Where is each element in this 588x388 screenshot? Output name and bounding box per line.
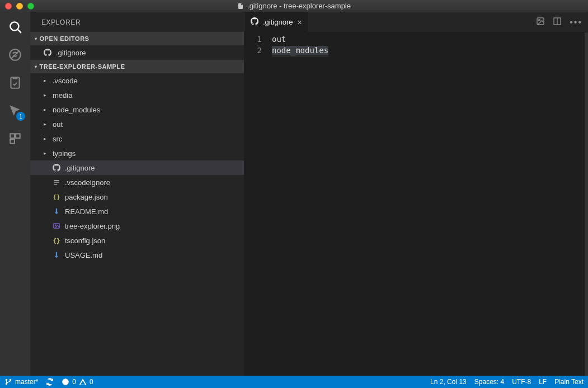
folder-label: node_modules <box>53 106 100 114</box>
file-icon <box>237 2 244 10</box>
minimap-scrollbar[interactable] <box>585 32 588 376</box>
activity-bar: 1 <box>0 12 30 376</box>
status-encoding[interactable]: UTF-8 <box>512 378 531 386</box>
file-label: package.json <box>65 193 108 201</box>
close-icon[interactable]: × <box>297 18 302 27</box>
scm-badge: 1 <box>16 112 25 121</box>
folder-label: media <box>53 91 72 100</box>
svg-point-0 <box>10 22 18 30</box>
file-item[interactable]: USAGE.md <box>30 248 244 262</box>
branch-name: master* <box>15 378 38 386</box>
error-count: 0 <box>72 378 76 386</box>
traffic-minimize-icon[interactable] <box>16 3 23 10</box>
file-item[interactable]: README.md <box>30 204 244 219</box>
folder-item[interactable]: ▸node_modules <box>30 102 244 117</box>
status-cursor[interactable]: Ln 2, Col 13 <box>430 378 467 386</box>
editor-tabs: .gitignore× ••• <box>244 12 588 32</box>
editor-more-button[interactable]: ••• <box>570 17 582 27</box>
activity-debug[interactable] <box>6 46 24 64</box>
status-bar: master* 0 0 Ln 2, Col 13 Spaces: 4 UTF-8… <box>0 376 588 388</box>
section-label: TREE-EXPLORER-SAMPLE <box>40 63 125 70</box>
text-icon <box>53 178 60 186</box>
status-branch[interactable]: master* <box>4 378 38 386</box>
chevron-right-icon: ▸ <box>44 136 48 141</box>
status-problems[interactable]: 0 0 <box>62 378 93 386</box>
open-changes-button[interactable] <box>536 17 545 28</box>
text-editor[interactable]: 12 outnode_modules <box>244 32 588 376</box>
bug-slash-icon <box>8 48 22 62</box>
section-project[interactable]: ▾ TREE-EXPLORER-SAMPLE <box>30 60 244 73</box>
window-titlebar: .gitignore - tree-explorer-sample <box>0 0 588 12</box>
chevron-down-icon: ▾ <box>35 64 37 69</box>
section-open-editors[interactable]: ▾ OPEN EDITORS <box>30 32 244 45</box>
line-number: 2 <box>244 46 272 57</box>
folder-item[interactable]: ▸media <box>30 88 244 102</box>
error-icon <box>62 378 69 386</box>
clipboard-icon <box>8 75 22 90</box>
git-branch-icon <box>4 378 12 386</box>
editor-group: .gitignore× ••• 12 outnode_modules <box>244 12 588 376</box>
warning-count: 0 <box>90 378 93 386</box>
folder-label: out <box>53 120 63 129</box>
svg-point-14 <box>539 19 540 21</box>
status-eol[interactable]: LF <box>539 378 547 386</box>
svg-point-17 <box>6 379 7 380</box>
activity-files[interactable] <box>6 74 24 92</box>
file-label: .vscodeignore <box>65 178 110 187</box>
editor-tab[interactable]: .gitignore× <box>245 12 308 32</box>
chevron-down-icon: ▾ <box>35 36 37 41</box>
extensions-icon <box>8 131 22 146</box>
status-indent[interactable]: Spaces: 4 <box>474 378 504 386</box>
split-editor-button[interactable] <box>553 17 562 28</box>
activity-extensions[interactable] <box>6 130 24 148</box>
folder-item[interactable]: ▸.vscode <box>30 73 244 88</box>
file-label: USAGE.md <box>65 251 102 259</box>
search-icon <box>8 20 22 34</box>
file-item[interactable]: .vscodeignore <box>30 175 244 190</box>
svg-rect-5 <box>10 134 15 138</box>
image-icon <box>53 222 60 230</box>
code-line: node_modules <box>272 46 328 57</box>
folder-label: .vscode <box>53 77 78 85</box>
file-label: .gitignore <box>65 164 95 172</box>
explorer-sidebar: EXPLORER ▾ OPEN EDITORS .gitignore ▾ TRE… <box>30 12 244 376</box>
file-item[interactable]: {}tsconfig.json <box>30 233 244 248</box>
file-item[interactable]: .gitignore <box>30 160 244 175</box>
chevron-right-icon: ▸ <box>44 92 48 98</box>
file-label: README.md <box>65 207 108 216</box>
file-item[interactable]: {}package.json <box>30 190 244 204</box>
status-language[interactable]: Plain Text <box>554 378 584 386</box>
tab-label: .gitignore <box>263 18 293 26</box>
file-item[interactable]: tree-explorer.png <box>30 219 244 233</box>
activity-explorer[interactable] <box>6 18 24 36</box>
svg-rect-6 <box>16 134 20 138</box>
code-line: out <box>272 35 328 46</box>
section-label: OPEN EDITORS <box>40 35 90 42</box>
svg-rect-11 <box>54 224 60 228</box>
svg-point-19 <box>10 379 11 380</box>
line-number: 1 <box>244 35 272 46</box>
svg-rect-7 <box>10 139 15 144</box>
status-sync[interactable] <box>46 378 54 386</box>
file-label: .gitignore <box>56 49 86 57</box>
activity-scm[interactable]: 1 <box>6 102 24 120</box>
folder-item[interactable]: ▸out <box>30 117 244 131</box>
file-label: tree-explorer.png <box>65 222 120 230</box>
open-editor-item[interactable]: .gitignore <box>30 45 244 60</box>
svg-point-12 <box>55 225 56 226</box>
folder-item[interactable]: ▸typings <box>30 146 244 160</box>
json-icon: {} <box>53 193 60 201</box>
github-icon <box>44 49 51 56</box>
github-icon <box>251 17 258 27</box>
warning-icon <box>79 378 87 386</box>
chevron-right-icon: ▸ <box>44 121 48 127</box>
markdown-icon <box>53 251 60 259</box>
sync-icon <box>46 378 54 386</box>
traffic-zoom-icon[interactable] <box>27 3 34 10</box>
chevron-right-icon: ▸ <box>44 107 48 112</box>
traffic-close-icon[interactable] <box>5 3 12 10</box>
file-label: tsconfig.json <box>65 236 105 245</box>
svg-point-18 <box>6 383 7 384</box>
folder-item[interactable]: ▸src <box>30 131 244 146</box>
chevron-right-icon: ▸ <box>44 78 48 83</box>
